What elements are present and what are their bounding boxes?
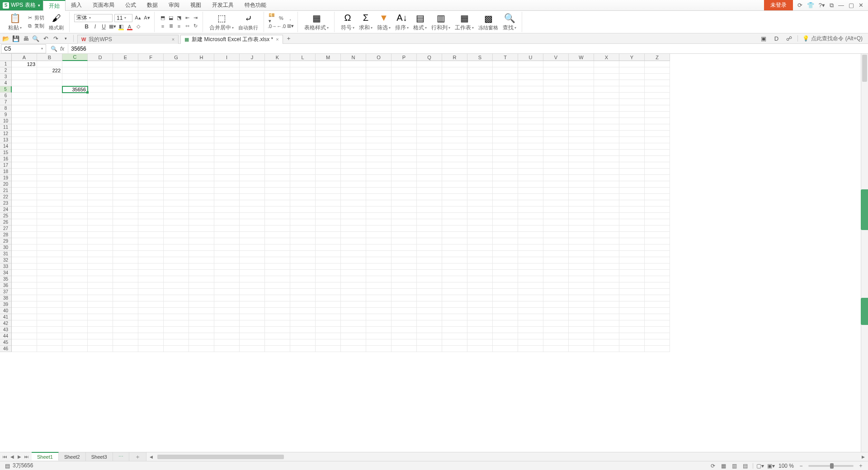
cell-V8[interactable] — [543, 105, 569, 112]
cell-B34[interactable] — [37, 270, 62, 276]
cell-J22[interactable] — [240, 194, 265, 200]
cell-J6[interactable] — [240, 93, 265, 99]
cell-Y30[interactable] — [619, 244, 645, 251]
cell-X11[interactable] — [594, 124, 619, 131]
cell-I8[interactable] — [214, 105, 240, 112]
decrease-decimal-icon[interactable]: ←.0 — [278, 23, 285, 30]
cell-O9[interactable] — [366, 112, 392, 118]
cell-E37[interactable] — [113, 289, 138, 295]
cell-F17[interactable] — [138, 162, 164, 169]
cell-A18[interactable] — [12, 169, 37, 175]
symbol-button[interactable]: Ω符号▾ — [339, 13, 356, 32]
cell-K1[interactable] — [265, 61, 290, 67]
cell-W35[interactable] — [569, 276, 594, 282]
cell-E4[interactable] — [113, 80, 138, 86]
cell-L6[interactable] — [290, 93, 316, 99]
cell-W26[interactable] — [569, 219, 594, 226]
cell-F38[interactable] — [138, 295, 164, 301]
cell-T23[interactable] — [493, 200, 518, 207]
cell-I12[interactable] — [214, 131, 240, 137]
cell-T39[interactable] — [493, 301, 518, 308]
cell-G1[interactable] — [164, 61, 189, 67]
cell-L43[interactable] — [290, 327, 316, 333]
cell-M35[interactable] — [316, 276, 341, 282]
cell-U15[interactable] — [518, 150, 543, 156]
menu-tab-8[interactable]: 特色功能 — [239, 0, 272, 10]
cell-B1[interactable] — [37, 61, 62, 67]
row-header-3[interactable]: 3 — [0, 74, 12, 80]
col-header-Q[interactable]: Q — [417, 54, 442, 61]
cell-O20[interactable] — [366, 181, 392, 188]
row-header-11[interactable]: 11 — [0, 124, 12, 131]
cell-K5[interactable] — [265, 86, 290, 93]
cell-A29[interactable] — [12, 238, 37, 244]
cell-T5[interactable] — [493, 86, 518, 93]
cell-L37[interactable] — [290, 289, 316, 295]
cell-Z15[interactable] — [645, 150, 670, 156]
cell-J33[interactable] — [240, 263, 265, 270]
cell-Y26[interactable] — [619, 219, 645, 226]
cell-T30[interactable] — [493, 244, 518, 251]
cell-U12[interactable] — [518, 131, 543, 137]
cell-D19[interactable] — [88, 175, 113, 181]
cell-I43[interactable] — [214, 327, 240, 333]
cell-S27[interactable] — [467, 226, 493, 232]
cell-F1[interactable] — [138, 61, 164, 67]
cell-U5[interactable] — [518, 86, 543, 93]
increase-decimal-icon[interactable]: .0→ — [269, 23, 276, 30]
namebox-dropdown-icon[interactable]: ▾ — [41, 47, 43, 51]
cell-C15[interactable] — [62, 150, 88, 156]
cell-B31[interactable] — [37, 251, 62, 257]
cell-I36[interactable] — [214, 282, 240, 289]
cell-B9[interactable] — [37, 112, 62, 118]
fill-color-button[interactable]: ◧ — [118, 23, 125, 30]
cell-B11[interactable] — [37, 124, 62, 131]
cell-D21[interactable] — [88, 188, 113, 194]
cell-A1[interactable]: 123 — [12, 61, 37, 67]
cell-T24[interactable] — [493, 207, 518, 213]
cell-E16[interactable] — [113, 156, 138, 162]
cell-W39[interactable] — [569, 301, 594, 308]
cell-R22[interactable] — [442, 194, 467, 200]
cell-U1[interactable] — [518, 61, 543, 67]
cell-S15[interactable] — [467, 150, 493, 156]
cell-W1[interactable] — [569, 61, 594, 67]
cell-G20[interactable] — [164, 181, 189, 188]
sheet-menu-button[interactable]: ⋯ — [113, 452, 129, 461]
cell-V45[interactable] — [543, 339, 569, 346]
cell-W41[interactable] — [569, 314, 594, 320]
cell-F18[interactable] — [138, 169, 164, 175]
cell-G39[interactable] — [164, 301, 189, 308]
cell-L2[interactable] — [290, 67, 316, 74]
cell-Z10[interactable] — [645, 118, 670, 124]
cell-N38[interactable] — [341, 295, 366, 301]
cell-S40[interactable] — [467, 308, 493, 314]
cell-Z28[interactable] — [645, 232, 670, 238]
cell-I17[interactable] — [214, 162, 240, 169]
cell-H14[interactable] — [189, 143, 214, 150]
cell-K6[interactable] — [265, 93, 290, 99]
cell-F9[interactable] — [138, 112, 164, 118]
cell-Y20[interactable] — [619, 181, 645, 188]
cell-Q24[interactable] — [417, 207, 442, 213]
cell-W30[interactable] — [569, 244, 594, 251]
merge-across-icon[interactable]: ⇿ — [184, 23, 191, 30]
sync-icon[interactable]: ⟳ — [797, 2, 802, 9]
cell-T21[interactable] — [493, 188, 518, 194]
cell-D6[interactable] — [88, 93, 113, 99]
cell-B35[interactable] — [37, 276, 62, 282]
cell-F26[interactable] — [138, 219, 164, 226]
cell-S2[interactable] — [467, 67, 493, 74]
row-header-9[interactable]: 9 — [0, 112, 12, 118]
cell-N8[interactable] — [341, 105, 366, 112]
cell-H31[interactable] — [189, 251, 214, 257]
cell-H19[interactable] — [189, 175, 214, 181]
cell-Z5[interactable] — [645, 86, 670, 93]
cell-R5[interactable] — [442, 86, 467, 93]
cell-J19[interactable] — [240, 175, 265, 181]
cell-O3[interactable] — [366, 74, 392, 80]
cell-U18[interactable] — [518, 169, 543, 175]
row-header-13[interactable]: 13 — [0, 137, 12, 143]
cell-L29[interactable] — [290, 238, 316, 244]
cell-V9[interactable] — [543, 112, 569, 118]
